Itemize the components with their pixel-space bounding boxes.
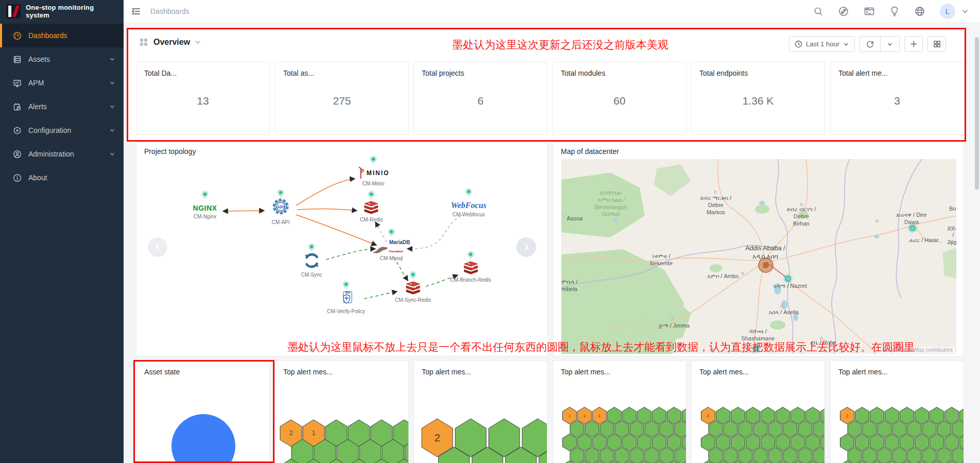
topology-edges — [136, 143, 548, 356]
svg-text:1: 1 — [583, 414, 586, 418]
menu-fold-icon[interactable] — [131, 6, 141, 16]
honeycomb-chart[interactable]: 21 — [276, 361, 409, 463]
top-alert-panel-3: Top alert mes...111 — [553, 361, 686, 463]
sidebar-item-apm[interactable]: APM — [0, 71, 124, 95]
datacenter-marker-teal[interactable] — [908, 224, 917, 233]
svg-text:API: API — [277, 204, 284, 210]
topology-node-sync[interactable]: CM-Sync — [301, 251, 322, 278]
logo-icon — [6, 4, 21, 19]
topology-node-redis[interactable]: CM-Redis — [360, 201, 383, 222]
datacenter-marker-orange[interactable] — [759, 258, 773, 272]
map-panel: Map of datacenter — [553, 142, 964, 356]
map-city-dot — [800, 203, 802, 205]
chevron-down-icon — [109, 127, 115, 133]
svg-text:2: 2 — [434, 432, 440, 443]
map-canvas — [561, 159, 956, 354]
topology-node-verify[interactable]: CM-Verify-Policy — [327, 289, 365, 314]
mariadb-logo — [373, 246, 388, 254]
search-icon[interactable] — [813, 6, 823, 16]
sidebar-item-configuration[interactable]: Configuration — [0, 118, 124, 142]
scrollbar-thumb[interactable] — [975, 37, 979, 190]
map-city-dot — [670, 318, 673, 320]
chevron-down-icon — [109, 151, 115, 157]
globe-icon[interactable] — [914, 6, 925, 17]
assets-icon — [13, 55, 22, 64]
top-alert-panel-2: Top alert mes...2 — [414, 361, 547, 463]
sidebar-item-alerts[interactable]: Alerts — [0, 95, 124, 118]
bulb-icon[interactable] — [889, 6, 900, 17]
content: Overview 墨处认为这里这次更新之后还没之前版本美观 Last 1 hou… — [124, 23, 980, 463]
chevron-down-icon — [109, 104, 115, 110]
sidebar-item-about[interactable]: About — [0, 166, 124, 190]
datacenter-map[interactable]: ቤንሻንጉል- ጉምዝ ክልል / Benishangul- GumuzAsos… — [561, 159, 956, 354]
dashboard-grid-icon[interactable] — [140, 38, 148, 46]
time-range-button[interactable]: Last 1 hour — [789, 36, 855, 52]
sidebar-item-label: Assets — [28, 55, 50, 63]
add-panel-button[interactable] — [904, 36, 923, 52]
topology-node-label: CM-API — [272, 219, 290, 225]
review-annotation-bottom: 墨处认为这里鼠标不放上去只是一个看不出任何东西的圆圈，鼠标放上去才能看到数据，认… — [287, 340, 915, 354]
node-status-pin-icon — [467, 251, 475, 262]
svg-text:2: 2 — [707, 414, 710, 418]
asset-state-panel: Asset state — [136, 361, 270, 463]
refresh-button[interactable] — [860, 37, 880, 52]
node-status-pin-icon — [465, 188, 473, 199]
breadcrumb: Dashboards — [150, 7, 190, 15]
stat-value: 13 — [136, 95, 269, 107]
topology-node-minio[interactable]: MINIOCM-Minio — [357, 167, 390, 186]
stat-title: Total Da... — [136, 62, 269, 77]
node-status-pin-icon — [307, 243, 316, 254]
stat-title: Total endpoints — [692, 62, 824, 77]
sidebar-nav: DashboardsAssetsAPMAlertsConfigurationAd… — [0, 24, 124, 190]
honeycomb-chart[interactable]: 2 — [692, 361, 825, 463]
carousel-next-button[interactable] — [517, 237, 536, 257]
node-status-pin-icon — [342, 281, 350, 292]
terminal-icon[interactable] — [864, 6, 875, 17]
avatar[interactable]: L — [940, 4, 955, 19]
dashboard-title-chevron-icon[interactable] — [194, 39, 201, 46]
map-city-dot — [820, 337, 822, 339]
topology-node-label: CM-Sync-Redis — [395, 297, 431, 303]
alerts-icon — [13, 102, 22, 111]
topology-node-syncredis[interactable]: CM-Sync-Redis — [395, 281, 431, 303]
node-status-pin-icon — [387, 228, 396, 239]
refresh-split-button — [859, 36, 900, 52]
topology-node-mysql[interactable]: MariaDBFoundationCM-Mysql — [373, 237, 410, 261]
asset-state-chart[interactable] — [136, 361, 270, 463]
refresh-interval-chevron[interactable] — [880, 37, 899, 52]
sidebar-item-label: Alerts — [28, 102, 47, 111]
stat-card-2: Total projects6 — [414, 62, 547, 135]
map-city-dot — [714, 191, 716, 193]
panel-title: Map of datacenter — [561, 147, 619, 156]
top-alert-panel-5: Top alert mes...2 — [830, 361, 964, 463]
apm-icon — [13, 79, 22, 88]
topology-node-branchredis[interactable]: CM-Branch-Redis — [450, 261, 491, 283]
topology-node-webfocus[interactable]: WebFocusCM-Webfocus — [451, 201, 486, 217]
dashboard-title[interactable]: Overview — [153, 38, 190, 47]
honeycomb-chart[interactable]: 2 — [414, 361, 547, 463]
honeycomb-chart[interactable]: 111 — [553, 361, 686, 463]
svg-text:2: 2 — [846, 414, 849, 418]
link-circle-icon[interactable] — [838, 6, 849, 17]
sidebar-item-administration[interactable]: Administration — [0, 142, 124, 166]
user-menu-chevron-icon[interactable] — [961, 8, 969, 15]
layout-button[interactable] — [927, 36, 946, 52]
stat-title: Total projects — [414, 62, 547, 77]
map-city-dot — [876, 220, 878, 222]
topbar: Dashboards L — [124, 0, 980, 23]
stat-card-1: Total as...275 — [275, 62, 409, 135]
topology-node-label: CM-Minio — [363, 181, 385, 186]
topology-node-label: CM-Sync — [301, 272, 322, 278]
datacenter-marker-teal[interactable] — [783, 274, 793, 283]
app-logo[interactable]: One-stop monitoring system — [0, 0, 124, 23]
svg-text:1: 1 — [569, 414, 571, 418]
carousel-prev-button[interactable] — [148, 237, 167, 257]
sidebar-item-dashboards[interactable]: Dashboards — [0, 24, 124, 47]
topology-node-nginx[interactable]: NGINXCM-Nginx — [193, 204, 217, 219]
stat-card-0: Total Da...13 — [136, 62, 270, 135]
sidebar-item-assets[interactable]: Assets — [0, 47, 124, 71]
map-city-dot — [564, 216, 566, 218]
honeycomb-chart[interactable]: 2 — [831, 361, 964, 463]
stat-value: 275 — [276, 95, 408, 107]
stat-card-4: Total endpoints1.36 K — [691, 62, 825, 135]
